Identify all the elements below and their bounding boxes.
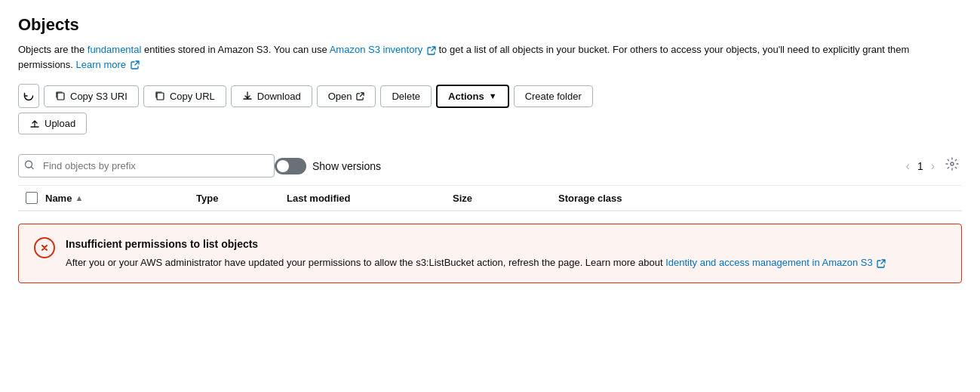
error-banner: Insufficient permissions to list objects… — [18, 224, 962, 283]
select-all-checkbox[interactable] — [26, 192, 38, 204]
refresh-button[interactable] — [18, 84, 39, 108]
filter-bar: Show versions ‹ 1 › — [18, 147, 962, 186]
table-header: Name ▲ Type Last modified Size Storage c… — [18, 186, 962, 211]
name-column-header[interactable]: Name ▲ — [45, 193, 196, 204]
show-versions-group: Show versions — [275, 158, 381, 174]
actions-button[interactable]: Actions ▼ — [436, 85, 509, 108]
x-circle-icon — [38, 242, 51, 254]
svg-rect-1 — [157, 93, 164, 100]
pagination-number: 1 — [917, 160, 923, 172]
open-button[interactable]: Open — [317, 85, 376, 107]
refresh-icon — [23, 90, 35, 102]
learn-more-external-icon — [131, 60, 140, 69]
delete-button[interactable]: Delete — [380, 85, 432, 107]
iam-link[interactable]: Identity and access management in Amazon… — [665, 257, 875, 268]
copy-s3-uri-button[interactable]: Copy S3 URI — [44, 85, 139, 107]
error-content: Insufficient permissions to list objects… — [66, 236, 886, 270]
toolbar: Copy S3 URI Copy URL Download Open Delet… — [18, 84, 962, 108]
select-all-cell — [18, 192, 45, 204]
s3-inventory-link[interactable]: Amazon S3 inventory — [330, 44, 423, 55]
fundamental-highlight: fundamental — [88, 44, 142, 55]
copy-url-button[interactable]: Copy URL — [143, 85, 226, 107]
svg-point-3 — [951, 162, 954, 165]
page-description: Objects are the fundamental entities sto… — [18, 42, 962, 72]
toolbar-row2: Upload — [18, 113, 962, 134]
search-icon — [24, 159, 35, 172]
error-body: After you or your AWS administrator have… — [66, 255, 886, 270]
pagination-next-button[interactable]: › — [928, 156, 938, 176]
page-title: Objects — [18, 15, 962, 35]
pagination: ‹ 1 › — [903, 154, 962, 177]
external-link-icon — [427, 46, 436, 55]
download-icon — [242, 91, 253, 101]
copy-icon-s3 — [55, 91, 66, 101]
show-versions-label: Show versions — [312, 160, 381, 172]
open-external-icon — [356, 92, 364, 100]
search-input[interactable] — [18, 154, 275, 177]
last-modified-column-header[interactable]: Last modified — [287, 193, 453, 204]
table-settings-button[interactable] — [942, 154, 962, 177]
svg-rect-0 — [57, 93, 64, 100]
pagination-prev-button[interactable]: ‹ — [903, 156, 913, 176]
search-wrapper — [18, 154, 275, 177]
size-column-header[interactable]: Size — [453, 193, 558, 204]
error-title: Insufficient permissions to list objects — [66, 236, 886, 252]
learn-more-link[interactable]: Learn more — [76, 59, 126, 70]
name-sort-icon: ▲ — [75, 193, 83, 202]
type-column-header[interactable]: Type — [196, 193, 287, 204]
toggle-knob — [277, 160, 289, 172]
actions-dropdown-icon: ▼ — [489, 91, 497, 100]
settings-icon — [945, 157, 959, 171]
create-folder-button[interactable]: Create folder — [514, 85, 593, 107]
storage-class-column-header[interactable]: Storage class — [558, 193, 962, 204]
show-versions-toggle[interactable] — [275, 158, 306, 174]
upload-icon — [29, 119, 40, 129]
error-icon — [34, 237, 55, 258]
upload-button[interactable]: Upload — [18, 113, 87, 134]
copy-icon-url — [155, 91, 165, 101]
download-button[interactable]: Download — [231, 85, 312, 107]
iam-external-icon — [877, 259, 886, 268]
